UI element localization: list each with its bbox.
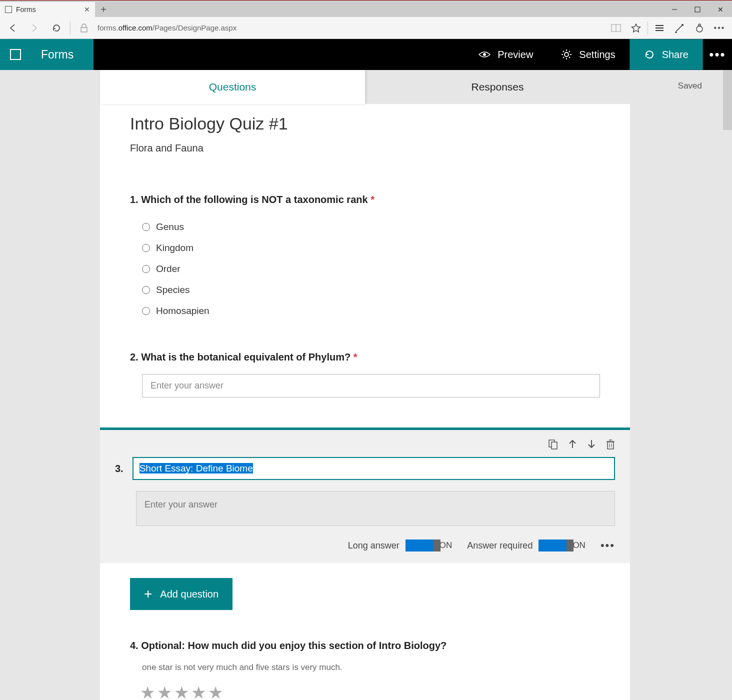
star-icon[interactable]: ★	[157, 682, 172, 700]
browser-toolbar: forms.office.com/Pages/DesignPage.aspx •…	[0, 17, 732, 39]
copy-icon[interactable]	[548, 439, 558, 450]
radio-icon[interactable]	[142, 265, 150, 273]
option-row[interactable]: Homosapien	[130, 300, 600, 322]
url-domain: office.com	[118, 24, 152, 32]
svg-line-19	[569, 51, 570, 52]
saved-status: Saved	[678, 81, 702, 91]
tab-title: Forms	[16, 6, 36, 14]
extension-icon[interactable]	[691, 20, 708, 36]
question-4: 4. Optional: How much did you enjoy this…	[130, 640, 600, 700]
svg-line-17	[569, 57, 570, 58]
form-description[interactable]: Flora and Fauna	[130, 142, 600, 154]
refresh-button[interactable]	[48, 20, 65, 36]
header-more-button[interactable]: •••	[703, 39, 732, 70]
long-answer-toggle-group: Long answer ON	[348, 540, 452, 552]
svg-line-16	[563, 51, 564, 52]
preview-button[interactable]: Preview	[464, 39, 547, 70]
forward-button[interactable]	[26, 20, 43, 36]
new-tab-button[interactable]: +	[95, 2, 112, 17]
required-label: Answer required	[467, 540, 532, 551]
required-asterisk: *	[354, 352, 358, 362]
minimize-button[interactable]	[663, 2, 686, 17]
radio-icon[interactable]	[142, 286, 150, 294]
share-icon	[644, 49, 655, 60]
favorite-icon[interactable]	[628, 20, 644, 36]
more-icon[interactable]: •••	[711, 20, 728, 36]
question-label: 4. Optional: How much did you enjoy this…	[130, 640, 600, 652]
radio-icon[interactable]	[142, 223, 150, 231]
option-row[interactable]: Order	[130, 258, 600, 280]
add-question-button[interactable]: + Add question	[130, 578, 232, 610]
reading-view-icon[interactable]	[608, 20, 624, 36]
move-down-icon[interactable]	[587, 439, 596, 450]
browser-tabbar: Forms ✕ + ✕	[0, 0, 732, 17]
option-label: Homosapien	[156, 306, 210, 316]
settings-button[interactable]: Settings	[547, 39, 629, 70]
move-up-icon[interactable]	[568, 439, 577, 450]
question-footer: Long answer ON Answer required ON •••	[115, 539, 615, 552]
svg-rect-22	[608, 442, 614, 449]
svg-point-9	[698, 24, 700, 26]
office-logo[interactable]	[0, 39, 31, 70]
question-label: 1. Which of the following is NOT a taxon…	[130, 194, 600, 206]
question-number: 3.	[115, 457, 124, 474]
option-row[interactable]: Genus	[130, 216, 600, 238]
question-more-icon[interactable]: •••	[600, 539, 615, 552]
option-row[interactable]: Kingdom	[130, 238, 600, 258]
hub-icon[interactable]	[651, 20, 668, 36]
tab-close-icon[interactable]: ✕	[84, 6, 90, 14]
rating-stars: ★ ★ ★ ★ ★	[130, 682, 600, 700]
question-3-editor: 3. Short Essay: Define Biome Enter your …	[100, 428, 630, 563]
form-title[interactable]: Intro Biology Quiz #1	[130, 114, 600, 134]
question-text: 1. Which of the following is NOT a taxon…	[130, 194, 370, 205]
notes-icon[interactable]	[671, 20, 688, 36]
star-icon[interactable]: ★	[208, 682, 223, 700]
option-label: Genus	[156, 222, 184, 232]
back-button[interactable]	[4, 20, 21, 36]
page-content: Saved Questions Responses Intro Biology …	[0, 70, 732, 700]
app-name[interactable]: Forms	[31, 39, 94, 70]
form-body: Intro Biology Quiz #1 Flora and Fauna 1.…	[100, 104, 630, 700]
app-header: Forms Preview Settings Share •••	[0, 39, 732, 70]
add-question-label: Add question	[160, 588, 218, 600]
scrollbar-thumb[interactable]	[723, 70, 732, 130]
star-icon[interactable]: ★	[174, 682, 189, 700]
question-2: 2. What is the botanical equivalent of P…	[130, 352, 600, 398]
lock-icon	[76, 20, 92, 36]
svg-rect-21	[552, 442, 557, 449]
url-path: /Pages/DesignPage.aspx	[152, 24, 236, 32]
question-title-text: Short Essay: Define Biome	[140, 463, 253, 474]
delete-icon[interactable]	[606, 439, 615, 450]
radio-icon[interactable]	[142, 307, 150, 315]
plus-icon: +	[144, 587, 152, 601]
star-icon[interactable]: ★	[140, 682, 155, 700]
answer-input[interactable]	[142, 374, 600, 398]
long-answer-label: Long answer	[348, 540, 400, 551]
long-answer-toggle[interactable]	[406, 540, 434, 552]
toggle-state: ON	[572, 540, 586, 550]
star-icon[interactable]: ★	[191, 682, 206, 700]
address-bar[interactable]: forms.office.com/Pages/DesignPage.aspx	[98, 24, 236, 32]
preview-label: Preview	[498, 49, 533, 60]
tab-questions[interactable]: Questions	[100, 70, 365, 104]
option-label: Order	[156, 264, 180, 274]
tab-responses[interactable]: Responses	[365, 70, 630, 104]
browser-tab[interactable]: Forms ✕	[0, 2, 95, 17]
question-text: 2. What is the botanical equivalent of P…	[130, 352, 354, 362]
option-row[interactable]: Species	[130, 280, 600, 300]
answer-textarea[interactable]: Enter your answer	[136, 491, 615, 526]
question-subtitle: one star is not very much and five stars…	[130, 662, 600, 672]
share-button[interactable]: Share	[630, 39, 703, 70]
maximize-button[interactable]	[686, 2, 709, 17]
question-title-input[interactable]: Short Essay: Define Biome	[132, 457, 615, 480]
close-window-button[interactable]: ✕	[709, 2, 732, 17]
required-asterisk: *	[370, 194, 374, 205]
question-label: 2. What is the botanical equivalent of P…	[130, 352, 600, 363]
svg-rect-2	[81, 28, 87, 32]
question-toolbar	[115, 439, 615, 450]
required-toggle[interactable]	[538, 540, 566, 552]
radio-icon[interactable]	[142, 244, 150, 252]
svg-point-11	[564, 52, 568, 56]
form-tabs: Questions Responses	[100, 70, 630, 104]
option-label: Species	[156, 284, 190, 296]
